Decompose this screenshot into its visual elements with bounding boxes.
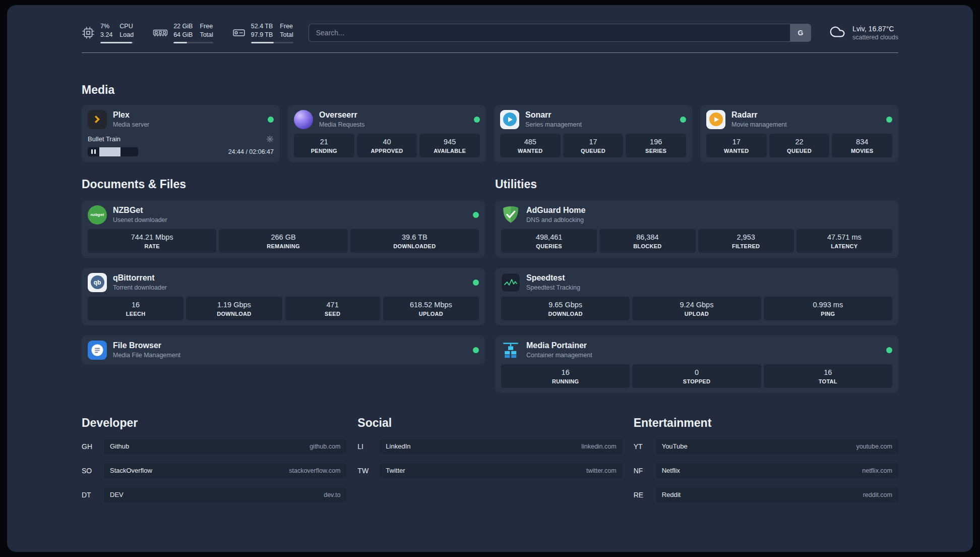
search-input[interactable] [309,24,790,42]
stat-value: 0.993 ms [766,301,890,309]
service-card-nzbget[interactable]: nzbget NZBGet Usenet downloader 744.21 M… [82,200,485,258]
stat-label: RUNNING [503,378,628,384]
stat-label: REMAINING [221,243,345,249]
stat-label: UPLOAD [385,311,477,317]
weather-location: Lviv, 16.87°C [852,25,898,33]
stat-label: PING [766,311,890,317]
bookmark-row: SO StackOverflow stackoverflow.com [82,463,346,478]
bookmark-abbr: GH [82,442,97,451]
service-card-sonarr[interactable]: Sonarr Series management 485 WANTED 17 Q… [494,105,692,162]
cpu-percent: 7% [100,22,112,31]
playback-progress-bar[interactable] [88,147,138,156]
bookmark-link-youtube[interactable]: YouTube youtube.com [656,439,898,454]
bookmark-link-twitter[interactable]: Twitter twitter.com [380,463,622,478]
stat-tile: 0 STOPPED [632,364,761,388]
bookmark-row: DT DEV dev.to [82,487,346,503]
radarr-meta: Radarr Movie management [731,110,787,128]
cpu-labels: CPU Load [119,22,134,39]
bookmark-link-linkedin[interactable]: LinkedIn linkedin.com [380,439,622,454]
service-card-portainer[interactable]: Media Portainer Container management 16 … [495,336,898,393]
stat-tile: 9.24 Gbps UPLOAD [632,297,761,320]
disk-labels: Free Total [280,22,293,39]
overseerr-subtitle: Media Requests [319,121,364,128]
stat-label: APPROVED [359,148,415,154]
filebrowser-icon [88,341,107,360]
stat-tile: 16 LEECH [88,297,183,320]
bookmark-abbr: SO [82,467,97,475]
qbittorrent-meta: qBittorrent Torrent downloader [113,273,167,291]
dashboard: 7% 3.24 CPU Load [7,5,973,552]
qbittorrent-icon-text: qb [94,279,101,286]
disk-total-value: 97.9 TB [251,31,273,39]
service-card-plex[interactable]: Plex Media server Bullet Train [82,105,280,162]
sonarr-icon [500,110,519,129]
ram-icon [153,27,168,39]
adguard-subtitle: DNS and adblocking [526,216,585,224]
stat-value: 498,461 [503,233,595,241]
bookmark-name: Reddit [662,491,681,498]
overseerr-icon [294,110,313,129]
bookmark-link-reddit[interactable]: Reddit reddit.com [656,487,898,503]
ram-free-value: 22 GiB [173,22,193,31]
section-utilities: Utilities AdGuard Home DNS and adblockin… [495,178,898,393]
cpu-stat: 7% 3.24 CPU Load [82,22,134,43]
system-stats: 7% 3.24 CPU Load [82,22,293,43]
topbar-divider [82,52,898,53]
bookmark-link-stackoverflow[interactable]: StackOverflow stackoverflow.com [104,463,346,478]
service-card-overseerr[interactable]: Overseerr Media Requests 21 PENDING 40 A… [288,105,486,162]
stat-value: 485 [502,138,559,146]
plex-now-playing-widget: Bullet Train 24:44 / 02:06:47 [88,135,274,156]
service-card-filebrowser[interactable]: File Browser Media File Management [82,336,485,365]
stat-value: 2,953 [700,233,792,241]
bookmark-link-dev[interactable]: DEV dev.to [104,487,346,503]
stat-value: 945 [421,138,478,146]
bookmark-abbr: TW [357,467,373,475]
search-engine-button[interactable]: G [790,24,811,42]
stat-label: QUEUED [771,148,828,154]
bookmark-url: github.com [310,443,340,450]
ram-values: 22 GiB 64 GiB [173,22,193,39]
service-card-qbittorrent[interactable]: qb qBittorrent Torrent downloader 16 LEE… [82,268,485,325]
stat-value: 47.571 ms [799,233,890,241]
stat-label: MOVIES [834,148,890,154]
stat-label: WANTED [502,148,559,154]
stat-value: 39.6 TB [352,233,477,241]
stat-tile: 618.52 Mbps UPLOAD [383,297,479,320]
stat-tile: 21 PENDING [294,134,354,157]
stat-value: 1.19 Gbps [188,301,280,309]
adguard-title: AdGuard Home [526,206,585,215]
bookmark-link-github[interactable]: Github github.com [104,439,346,454]
speedtest-icon [501,273,520,292]
stat-tile: 39.6 TB DOWNLOADED [350,229,479,253]
bookmark-name: DEV [110,491,124,498]
stat-tile: 86,384 BLOCKED [599,229,695,253]
stat-tile: 16 TOTAL [764,364,892,388]
nzbget-icon-text: nzbget [91,212,104,217]
weather-widget: Lviv, 16.87°C scattered clouds [828,24,898,42]
speedtest-subtitle: Speedtest Tracking [526,284,580,291]
disk-stat: 52.4 TB 97.9 TB Free Total [232,22,293,43]
service-card-radarr[interactable]: Radarr Movie management 17 WANTED 22 QUE… [700,105,898,162]
bookmark-link-netflix[interactable]: Netflix netflix.com [656,463,898,478]
stat-value: 17 [565,138,622,146]
ram-stat: 22 GiB 64 GiB Free Total [153,22,213,43]
weather-condition: scattered clouds [852,34,898,41]
pause-icon[interactable] [88,149,99,154]
stat-value: 16 [766,368,890,376]
cpu-load-label: Load [119,31,134,39]
filebrowser-meta: File Browser Media File Management [113,341,180,359]
stat-label: LEECH [90,311,181,317]
stat-label: LATENCY [799,243,890,249]
nzbget-subtitle: Usenet downloader [113,216,167,224]
nzbget-status-dot [473,212,479,218]
portainer-title: Media Portainer [526,341,592,350]
service-card-speedtest[interactable]: Speedtest Speedtest Tracking 9.65 Gbps D… [495,268,898,325]
disk-total-label: Total [280,31,293,39]
overseerr-status-dot [474,117,480,123]
search-bar: G [309,24,811,42]
stat-value: 16 [90,301,181,309]
bookmark-name: Twitter [386,467,405,474]
service-card-adguard[interactable]: AdGuard Home DNS and adblocking 498,461 … [495,200,898,258]
disk-usage-bar [251,42,293,43]
gear-icon[interactable] [266,135,274,143]
